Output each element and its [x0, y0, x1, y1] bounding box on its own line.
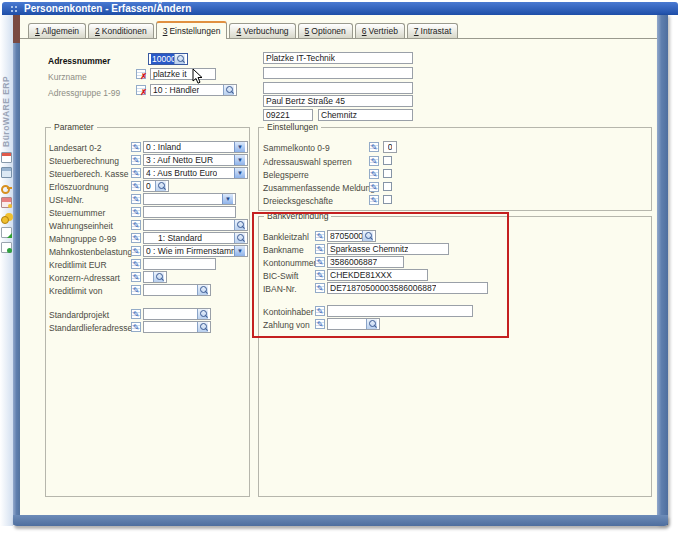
- kreditlimit-von-field[interactable]: [143, 284, 211, 296]
- kontoinhaber-field[interactable]: [327, 305, 473, 317]
- edit-note-icon[interactable]: ✎: [315, 244, 325, 254]
- lookup-icon[interactable]: [366, 319, 377, 329]
- lookup-icon[interactable]: [197, 309, 208, 319]
- file-ok-icon[interactable]: [1, 242, 12, 253]
- edit-note-icon[interactable]: ✎: [369, 195, 379, 205]
- standardlieferadresse-field[interactable]: [143, 321, 211, 333]
- window-titlebar[interactable]: Personenkonten - Erfassen/Ändern: [2, 2, 678, 15]
- kreditlimit-eur-field[interactable]: [143, 258, 216, 270]
- edit-note-icon[interactable]: ✎: [315, 231, 325, 241]
- brand-text: BüroWARE ERP: [1, 31, 11, 147]
- splitter-grip[interactable]: [13, 15, 20, 43]
- edit-note-icon[interactable]: ✎: [315, 319, 325, 329]
- edit-note-icon[interactable]: ✎: [131, 207, 141, 217]
- file-export-icon[interactable]: [1, 227, 12, 238]
- adressauswahl-sperren-checkbox[interactable]: [383, 156, 392, 165]
- bankleitzahl-field[interactable]: 87050000: [327, 230, 376, 242]
- lookup-icon[interactable]: [234, 220, 245, 230]
- lookup-icon[interactable]: [174, 54, 185, 64]
- ust-idnr-select[interactable]: ▼: [143, 193, 236, 205]
- tab-vertrieb[interactable]: 6Vertrieb: [355, 23, 405, 38]
- chevron-down-icon[interactable]: ▼: [234, 142, 245, 152]
- chevron-down-icon[interactable]: ▼: [234, 168, 245, 178]
- strasse-field[interactable]: Paul Bertz Straße 45: [263, 95, 413, 107]
- lookup-icon[interactable]: [153, 272, 164, 282]
- edit-note-icon[interactable]: ✎: [315, 270, 325, 280]
- adressgruppe-field[interactable]: 10 : Händler: [150, 84, 237, 96]
- edit-note-icon[interactable]: ✎: [131, 259, 141, 269]
- edit-note-icon[interactable]: ✎: [131, 181, 141, 191]
- belegsperre-checkbox[interactable]: [383, 169, 392, 178]
- edit-note-icon[interactable]: ✎: [315, 257, 325, 267]
- ort-field[interactable]: Chemnitz: [318, 109, 413, 121]
- coins-icon[interactable]: [1, 212, 12, 223]
- steuerberechn-kasse-select[interactable]: 4 : Aus Brutto Euro▼: [143, 167, 248, 179]
- clear-field-icon[interactable]: ✗: [136, 69, 146, 79]
- edit-note-icon[interactable]: ✎: [131, 322, 141, 332]
- clear-field-icon[interactable]: ✗: [136, 85, 146, 95]
- waehrungseinheit-field[interactable]: [143, 219, 248, 231]
- tab-allgemein[interactable]: 1Allgemein: [28, 23, 86, 38]
- contacts-card-icon[interactable]: [1, 152, 12, 163]
- app-sidebar: BüroWARE ERP: [0, 15, 13, 526]
- edit-note-icon[interactable]: ✎: [369, 156, 379, 166]
- erloeszuordnung-field[interactable]: 0: [143, 180, 169, 192]
- name2-field[interactable]: [263, 67, 413, 79]
- mahnkostenbelastung-select[interactable]: 0 : Wie im Firmenstamm eing▼: [143, 245, 248, 257]
- application-window: Personenkonten - Erfassen/Ändern BüroWAR…: [0, 0, 679, 533]
- accounts-icon[interactable]: [1, 197, 12, 208]
- chevron-down-icon[interactable]: ▼: [234, 246, 245, 256]
- zusammenfassende-meldung-checkbox[interactable]: [383, 182, 392, 191]
- edit-note-icon[interactable]: ✎: [369, 169, 379, 179]
- standardprojekt-field[interactable]: [143, 308, 211, 320]
- landesart-select[interactable]: 0 : Inland▼: [143, 141, 248, 153]
- lookup-icon[interactable]: [197, 285, 208, 295]
- window-icon[interactable]: [1, 167, 12, 178]
- zahlung-von-field[interactable]: [327, 318, 380, 330]
- tab-einstellungen[interactable]: 3Einstellungen: [156, 21, 228, 39]
- edit-note-icon[interactable]: ✎: [369, 142, 379, 152]
- kurzname-field[interactable]: platzke it: [150, 68, 216, 80]
- plz-field[interactable]: 09221: [263, 109, 313, 121]
- edit-note-icon[interactable]: ✎: [131, 220, 141, 230]
- lookup-icon[interactable]: [234, 233, 245, 243]
- lookup-icon[interactable]: [155, 181, 166, 191]
- lookup-icon[interactable]: [197, 322, 208, 332]
- bankname-field[interactable]: Sparkasse Chemnitz: [327, 243, 449, 255]
- erloeszuordnung-label: Erlöszuordnung: [49, 182, 109, 192]
- edit-note-icon[interactable]: ✎: [315, 283, 325, 293]
- tab-optionen[interactable]: 5Optionen: [298, 23, 353, 38]
- steuerberechnung-select[interactable]: 3 : Auf Netto EUR▼: [143, 154, 248, 166]
- edit-note-icon[interactable]: ✎: [369, 182, 379, 192]
- key-icon[interactable]: [1, 182, 12, 193]
- kontonummer-field[interactable]: 3586006887: [327, 256, 404, 268]
- tab-konditionen[interactable]: 2Konditionen: [88, 23, 154, 38]
- name3-field[interactable]: [263, 82, 413, 94]
- chevron-down-icon[interactable]: ▼: [222, 194, 233, 204]
- edit-note-icon[interactable]: ✎: [315, 306, 325, 316]
- dreiecksgeschaefte-checkbox[interactable]: [383, 195, 392, 204]
- mahngruppe-field[interactable]: 1: Standard: [143, 232, 248, 244]
- tab-verbuchung[interactable]: 4Verbuchung: [229, 23, 295, 38]
- window-grid-icon[interactable]: [11, 6, 19, 14]
- chevron-down-icon[interactable]: ▼: [234, 155, 245, 165]
- edit-note-icon[interactable]: ✎: [131, 155, 141, 165]
- adressnummer-field[interactable]: 10000: [148, 53, 188, 65]
- edit-note-icon[interactable]: ✎: [131, 309, 141, 319]
- edit-note-icon[interactable]: ✎: [131, 272, 141, 282]
- tab-intrastat[interactable]: 7Intrastat: [407, 23, 458, 38]
- steuernummer-field[interactable]: [143, 206, 236, 218]
- edit-note-icon[interactable]: ✎: [131, 233, 141, 243]
- edit-note-icon[interactable]: ✎: [131, 246, 141, 256]
- edit-note-icon[interactable]: ✎: [131, 194, 141, 204]
- name1-field[interactable]: Platzke IT-Technik: [263, 52, 413, 64]
- bic-swift-field[interactable]: CHEKDE81XXX: [327, 269, 428, 281]
- lookup-icon[interactable]: [362, 231, 373, 241]
- iban-field[interactable]: DE71870500003586006887: [327, 282, 488, 294]
- konzern-adressart-field[interactable]: [143, 271, 167, 283]
- sammelkonto-field[interactable]: 0: [383, 141, 397, 153]
- edit-note-icon[interactable]: ✎: [131, 142, 141, 152]
- edit-note-icon[interactable]: ✎: [131, 168, 141, 178]
- lookup-icon[interactable]: [223, 85, 234, 95]
- edit-note-icon[interactable]: ✎: [131, 285, 141, 295]
